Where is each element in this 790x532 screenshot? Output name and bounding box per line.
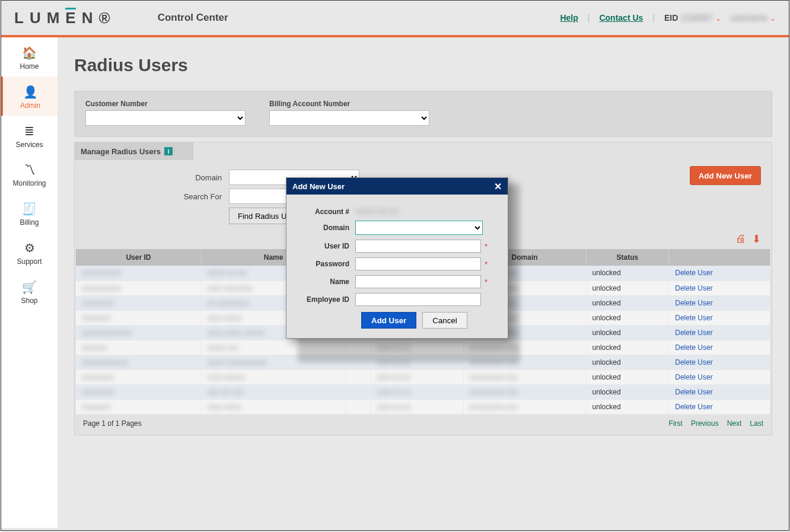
col3-cell — [346, 384, 371, 399]
logo: LUMEN® — [14, 9, 110, 27]
table-header[interactable] — [669, 249, 770, 266]
separator: | — [652, 13, 655, 23]
help-link[interactable]: Help — [560, 13, 578, 23]
user-menu[interactable]: username⌄ — [731, 13, 776, 23]
delete-user-link[interactable]: Delete User — [669, 325, 770, 340]
page-title: Radius Users — [74, 55, 772, 75]
delete-user-link[interactable]: Delete User — [669, 384, 770, 399]
chevron-down-icon[interactable]: ⌄ — [715, 14, 721, 23]
sidebar-item-label: Home — [20, 62, 39, 71]
sidebar-item-home[interactable]: 🏠Home — [1, 37, 58, 77]
delete-user-link[interactable]: Delete User — [669, 281, 770, 295]
modal-domain-select[interactable] — [355, 221, 483, 235]
status-cell: unlocked — [586, 281, 669, 295]
separator: | — [588, 13, 590, 23]
billing-icon: 🧾 — [22, 202, 37, 216]
modal-empid-label: Employee ID — [296, 295, 355, 304]
status-cell: unlocked — [586, 325, 669, 340]
modal-name-input[interactable] — [355, 275, 481, 288]
col3-cell — [346, 369, 371, 384]
pager: Page 1 of 1 Pages First Previous Next La… — [75, 415, 772, 428]
download-icon[interactable]: ⬇ — [752, 232, 761, 246]
print-icon[interactable]: 🖨 — [735, 232, 746, 246]
delete-user-link[interactable]: Delete User — [669, 310, 770, 325]
sidebar-item-label: Services — [15, 141, 43, 149]
info-icon[interactable]: i — [164, 147, 173, 155]
table-header[interactable]: Status — [586, 249, 669, 266]
sidebar-item-billing[interactable]: 🧾Billing — [1, 193, 58, 232]
sidebar: 🏠Home👤Admin≣Services〽Monitoring🧾Billing⚙… — [1, 37, 58, 528]
col4-cell: xxxx-xx-xx — [371, 399, 463, 414]
delete-user-link[interactable]: Delete User — [669, 369, 770, 384]
add-new-user-button[interactable]: Add New User — [690, 166, 761, 185]
modal-title: Add New User — [292, 182, 345, 191]
sidebar-item-label: Shop — [21, 297, 37, 305]
user-id-cell[interactable]: xxxxxxxxx — [76, 369, 201, 384]
table-header[interactable]: User ID — [76, 249, 201, 266]
domain-cell: xxxxxxxxxx.xxx — [463, 369, 586, 384]
monitoring-icon: 〽 — [24, 163, 36, 177]
required-icon: * — [485, 278, 488, 286]
table-row: xxxxxxxxxxxxx xxxxxxxxxx-xx-xxxxxxxxxxxx… — [76, 369, 770, 384]
delete-user-link[interactable]: Delete User — [669, 340, 770, 355]
contact-link[interactable]: Contact Us — [599, 13, 643, 23]
sidebar-item-services[interactable]: ≣Services — [1, 116, 58, 155]
modal-userid-input[interactable] — [355, 240, 481, 253]
modal-account-label: Account # — [296, 208, 355, 216]
sidebar-item-label: Monitoring — [12, 179, 46, 187]
modal-cancel-button[interactable]: Cancel — [422, 312, 467, 329]
user-id-cell[interactable]: xxxxxxxxxxx — [76, 266, 201, 281]
sidebar-item-monitoring[interactable]: 〽Monitoring — [1, 155, 58, 193]
status-cell: unlocked — [586, 355, 669, 369]
modal-empid-input[interactable] — [355, 293, 481, 306]
table-row: xxxxxxxxxxxx xxx xxxxxxx-xx-xxxxxxxxxxxx… — [76, 384, 770, 399]
modal-userid-label: User ID — [296, 242, 355, 250]
user-id-cell[interactable]: xxxxxxxxx — [76, 384, 201, 399]
name-cell: xxxx xxxxx — [201, 399, 345, 414]
user-id-cell[interactable]: xxxxxxxxx — [76, 295, 201, 310]
modal-add-user-button[interactable]: Add User — [361, 312, 416, 329]
status-cell: unlocked — [586, 340, 669, 355]
close-icon[interactable]: ✕ — [494, 181, 502, 192]
status-cell: unlocked — [586, 399, 669, 414]
user-id-cell[interactable]: xxxxxxxxxxx — [76, 281, 201, 295]
filters-panel: Customer Number Billing Account Number — [74, 91, 772, 137]
customer-number-select[interactable] — [85, 110, 246, 126]
user-id-cell[interactable]: xxxxxxxx — [76, 310, 201, 325]
domain-cell: xxxxxxxxxx.xxx — [463, 384, 586, 399]
name-cell: xxx xxx xxx — [201, 384, 345, 399]
status-cell: unlocked — [586, 384, 669, 399]
user-id-cell[interactable]: xxxxxxx — [76, 340, 201, 355]
ban-label: Billing Account Number — [269, 100, 429, 108]
shop-icon: 🛒 — [22, 280, 37, 294]
modal-password-input[interactable] — [355, 257, 481, 270]
search-for-label: Search For — [75, 192, 229, 201]
delete-user-link[interactable]: Delete User — [669, 355, 770, 369]
services-icon: ≣ — [24, 124, 34, 138]
user-id-cell[interactable]: xxxxxxxxxxxxx — [76, 355, 201, 369]
delete-user-link[interactable]: Delete User — [669, 399, 770, 414]
col3-cell — [346, 399, 371, 414]
status-cell: unlocked — [586, 369, 669, 384]
user-id-cell[interactable]: xxxxxxxxxxxxxx — [76, 325, 201, 340]
pager-status: Page 1 of 1 Pages — [83, 419, 142, 428]
chevron-down-icon: ⌄ — [770, 14, 776, 23]
domain-cell: xxxxxxxxxx.xxx — [463, 399, 586, 414]
user-id-cell[interactable]: xxxxxxxx — [76, 399, 201, 414]
delete-user-link[interactable]: Delete User — [669, 295, 770, 310]
sidebar-item-support[interactable]: ⚙Support — [1, 232, 58, 272]
customer-number-label: Customer Number — [85, 100, 246, 108]
add-user-modal: Add New User ✕ Account #XXXX-XX-XX Domai… — [286, 177, 508, 339]
pager-first[interactable]: First — [669, 419, 683, 428]
modal-domain-label: Domain — [296, 224, 355, 232]
sidebar-item-admin[interactable]: 👤Admin — [1, 77, 58, 116]
ban-select[interactable] — [269, 110, 429, 126]
required-icon: * — [485, 242, 488, 251]
pager-previous[interactable]: Previous — [691, 419, 719, 428]
pager-last[interactable]: Last — [750, 419, 763, 428]
sidebar-item-shop[interactable]: 🛒Shop — [1, 272, 58, 311]
status-cell: unlocked — [586, 295, 669, 310]
delete-user-link[interactable]: Delete User — [669, 266, 770, 281]
pager-next[interactable]: Next — [727, 419, 742, 428]
admin-icon: 👤 — [23, 85, 38, 99]
